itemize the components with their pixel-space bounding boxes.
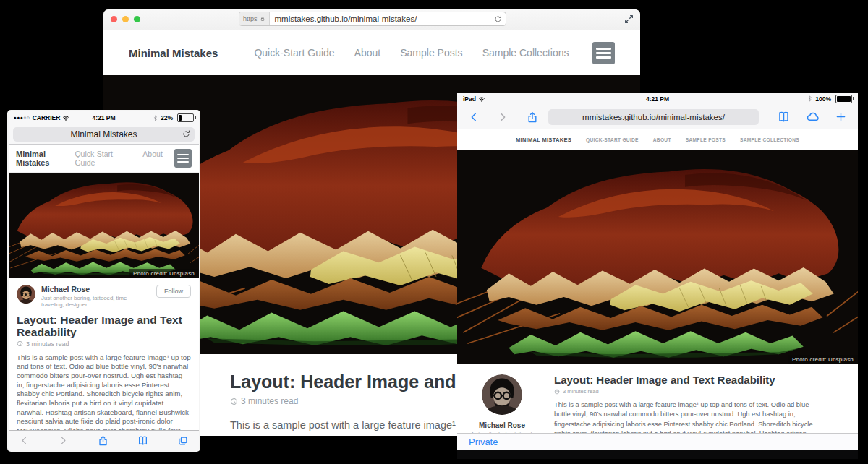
reload-icon[interactable]	[182, 130, 190, 138]
leaves-photo	[9, 173, 199, 278]
share-icon[interactable]	[98, 435, 109, 446]
nav-item-sample-posts[interactable]: SAMPLE POSTS	[686, 137, 726, 142]
zoom-window-button[interactable]	[134, 16, 140, 22]
site-masthead: Minimal Mistakes Quick-Start Guide About…	[103, 30, 640, 75]
address-bar[interactable]: https mmistakes.github.io/minimal-mistak…	[239, 12, 506, 26]
bookmarks-icon[interactable]	[137, 435, 148, 446]
battery-icon	[177, 113, 194, 122]
ipad-bezel	[457, 450, 858, 459]
avatar-photo	[482, 374, 522, 415]
site-masthead: MINIMAL MISTAKES QUICK-START GUIDE ABOUT…	[457, 129, 858, 150]
nav-item-sample-posts[interactable]: Sample Posts	[400, 47, 462, 59]
safari-bottom-toolbar	[9, 430, 199, 450]
window-controls	[111, 16, 140, 22]
back-icon[interactable]	[20, 436, 29, 445]
reload-icon[interactable]	[494, 15, 502, 23]
safari-address-row: Minimal Mistakes	[9, 124, 199, 145]
lock-icon	[260, 16, 265, 22]
author-avatar	[482, 374, 522, 415]
new-tab-icon[interactable]	[835, 111, 846, 122]
clock-icon	[554, 389, 560, 395]
post-paragraph: This is a sample post with a large featu…	[17, 353, 191, 431]
photo-credit: Photo credit: Unsplash	[788, 355, 858, 364]
tabs-icon[interactable]	[178, 436, 188, 446]
bookmarks-icon[interactable]	[778, 111, 790, 123]
author-row: Michael Rose Just another boring, tattoo…	[17, 285, 191, 308]
status-time: 4:21 PM	[457, 95, 858, 103]
header-image: Photo credit: Unsplash	[9, 173, 199, 278]
post-content: Michael Rose Just another boring, tattoo…	[457, 364, 858, 433]
read-time-label: 3 minutes read	[26, 340, 69, 348]
nav-item-sample-collections[interactable]: SAMPLE COLLECTIONS	[740, 137, 799, 142]
site-nav: Quick-Start Guide About Sample Posts Sam…	[254, 47, 569, 59]
nav-item-about[interactable]: About	[354, 47, 381, 59]
site-title-link[interactable]: MINIMAL MISTAKES	[516, 137, 571, 143]
minimize-window-button[interactable]	[122, 16, 129, 22]
clock-icon	[230, 398, 238, 405]
safari-toolbar: mmistakes.github.io/minimal-mistakes/	[457, 105, 858, 129]
post-content: Michael Rose Just another boring, tattoo…	[9, 278, 199, 430]
read-time: 3 minutes read	[17, 340, 191, 348]
address-field[interactable]: Minimal Mistakes	[13, 127, 195, 142]
url-text: mmistakes.github.io/minimal-mistakes/	[582, 113, 725, 121]
share-icon[interactable]	[527, 111, 538, 123]
nav-item-about[interactable]: About	[142, 150, 162, 167]
avatar-photo	[17, 285, 35, 304]
site-masthead: Minimal Mistakes Quick-Start Guide About	[9, 145, 199, 173]
menu-toggle-button[interactable]	[592, 42, 615, 64]
author-bio: Just another boring, tattooed, time trav…	[41, 295, 150, 308]
iphone-status-bar: ●●●○○ CARRIER 4:21 PM 22%	[9, 111, 199, 124]
nav-item-quick-start[interactable]: Quick-Start Guide	[254, 47, 334, 59]
ipad-device: iPad 4:21 PM 100% mmistakes.github.io/mi…	[457, 93, 858, 459]
author-name: Michael Rose	[479, 421, 525, 429]
private-browsing-bar: Private	[457, 433, 858, 450]
close-window-button[interactable]	[111, 16, 117, 22]
nav-item-quick-start[interactable]: QUICK-START GUIDE	[586, 137, 639, 142]
site-title-link[interactable]: Minimal Mistakes	[16, 150, 75, 167]
read-time-label: 3 minutes read	[563, 388, 599, 395]
status-time: 4:21 PM	[9, 114, 199, 121]
clock-icon	[17, 340, 23, 347]
browser-titlebar: https mmistakes.github.io/minimal-mistak…	[103, 9, 640, 30]
address-field[interactable]: mmistakes.github.io/minimal-mistakes/	[548, 109, 759, 125]
icloud-tabs-icon[interactable]	[806, 111, 820, 123]
forward-icon[interactable]	[59, 436, 68, 445]
read-time: 3 minutes read	[554, 388, 825, 395]
post-title: Layout: Header Image and Text Readabilit…	[17, 314, 191, 338]
header-image: Photo credit: Unsplash	[457, 150, 858, 364]
site-title-link[interactable]: Minimal Mistakes	[129, 47, 218, 59]
url-text: mmistakes.github.io/minimal-mistakes/	[270, 14, 494, 23]
nav-item-about[interactable]: ABOUT	[653, 137, 671, 142]
https-label: https	[243, 15, 258, 22]
forward-icon[interactable]	[498, 112, 508, 122]
post-title: Layout: Header Image and Text Readabilit…	[554, 374, 825, 386]
nav-item-quick-start[interactable]: Quick-Start Guide	[75, 150, 125, 167]
ipad-status-bar: iPad 4:21 PM 100%	[457, 93, 858, 105]
author-sidebar: Michael Rose Just another boring, tattoo…	[469, 371, 535, 433]
photo-credit: Photo credit: Unsplash	[129, 269, 199, 278]
read-time-label: 3 minutes read	[241, 396, 298, 406]
battery-icon	[835, 95, 852, 103]
author-avatar	[17, 285, 35, 304]
iphone-device: ●●●○○ CARRIER 4:21 PM 22% Minimal Mistak…	[7, 110, 200, 452]
follow-button[interactable]: Follow	[156, 285, 191, 298]
leaves-photo	[457, 150, 858, 364]
fullscreen-icon[interactable]	[624, 14, 634, 24]
site-nav: Quick-Start Guide About	[75, 150, 162, 167]
https-badge: https	[239, 12, 270, 25]
back-icon[interactable]	[469, 112, 479, 122]
nav-item-sample-collections[interactable]: Sample Collections	[482, 47, 569, 59]
page-title-label: Minimal Mistakes	[70, 129, 137, 139]
post-paragraph: This is a sample post with a large featu…	[554, 400, 825, 433]
private-button[interactable]: Private	[469, 437, 498, 447]
author-name: Michael Rose	[41, 285, 150, 293]
menu-toggle-button[interactable]	[174, 149, 192, 168]
